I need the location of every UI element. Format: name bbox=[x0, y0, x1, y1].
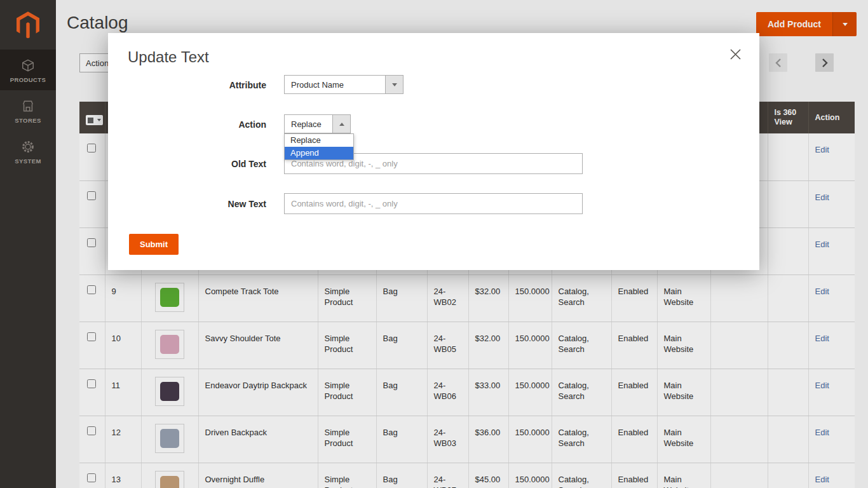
action-select-value: Replace bbox=[285, 115, 332, 133]
action-label: Action bbox=[127, 119, 266, 130]
select-toggle[interactable] bbox=[385, 76, 403, 93]
new-text-label: New Text bbox=[127, 199, 266, 209]
option-append[interactable]: Append bbox=[285, 147, 353, 159]
close-button[interactable] bbox=[728, 46, 743, 62]
attribute-select-value: Product Name bbox=[285, 76, 385, 93]
option-replace[interactable]: Replace bbox=[285, 134, 353, 147]
update-text-dialog: Update Text Attribute Product Name Actio… bbox=[108, 33, 759, 270]
modal-title: Update Text bbox=[128, 48, 209, 66]
attribute-select[interactable]: Product Name bbox=[284, 75, 403, 94]
attribute-label: Attribute bbox=[127, 80, 266, 90]
chevron-down-icon bbox=[392, 83, 397, 86]
magento-admin-page: PRODUCTS STORES SYSTEM Catalog bbox=[0, 0, 868, 488]
action-select[interactable]: Replace bbox=[284, 114, 351, 133]
close-icon bbox=[729, 48, 742, 60]
select-toggle[interactable] bbox=[332, 115, 350, 133]
new-text-input[interactable] bbox=[284, 193, 583, 214]
chevron-up-icon bbox=[339, 123, 344, 126]
submit-button[interactable]: Submit bbox=[129, 234, 179, 255]
old-text-label: Old Text bbox=[127, 159, 266, 169]
action-options-list: Replace Append bbox=[284, 133, 354, 160]
